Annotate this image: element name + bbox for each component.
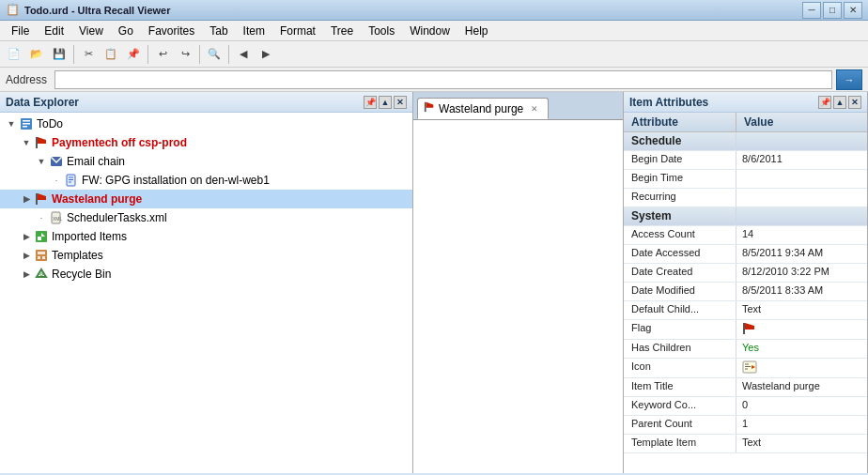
close-button[interactable]: ✕ — [844, 2, 862, 19]
maximize-button[interactable]: □ — [823, 2, 842, 19]
menu-item-favorites[interactable]: Favorites — [141, 23, 202, 39]
main-layout: Data Explorer 📌 ▲ ✕ ▼ToDo▼Paymentech off… — [0, 92, 868, 473]
address-input[interactable] — [54, 70, 832, 89]
tree-item-todo[interactable]: ▼ToDo — [0, 115, 412, 133]
attr-row-11[interactable]: Has ChildrenYes — [624, 340, 867, 359]
attr-row-4: System — [624, 207, 867, 226]
svg-marker-26 — [745, 323, 754, 329]
attr-value-8: 8/5/2011 8:33 AM — [736, 283, 867, 300]
tree-item-paymentech[interactable]: ▼Paymentech off csp-prod — [0, 133, 412, 152]
toolbar-sep-1 — [73, 45, 74, 64]
toolbar-new[interactable]: 📄 — [4, 44, 24, 65]
toolbar-back[interactable]: ◀ — [233, 44, 254, 65]
attr-row-12[interactable]: Icon — [624, 359, 867, 378]
attributes-header: Item Attributes 📌 ▲ ✕ — [624, 92, 867, 113]
panel-controls: 📌 ▲ ✕ — [364, 96, 407, 109]
attr-panel-float[interactable]: ▲ — [833, 96, 846, 109]
menu-item-format[interactable]: Format — [272, 23, 323, 39]
menu-item-file[interactable]: File — [4, 23, 37, 39]
attr-row-10[interactable]: Flag — [624, 320, 867, 340]
toolbar-open[interactable]: 📂 — [26, 44, 47, 65]
tree-label-fw-gpg: FW: GPG installation on den-wl-web1 — [82, 174, 270, 187]
menu-item-help[interactable]: Help — [457, 23, 496, 39]
tree-item-wasteland[interactable]: ▶Wasteland purge — [0, 190, 412, 208]
attr-row-15[interactable]: Parent Count1 — [624, 416, 867, 435]
menu-item-tab[interactable]: Tab — [202, 23, 235, 39]
tree-item-fw-gpg[interactable]: ·FW: GPG installation on den-wl-web1 — [0, 171, 412, 190]
tree-label-schedulertasks: SchedulerTasks.xml — [67, 211, 167, 224]
panel-pin-button[interactable]: 📌 — [364, 96, 377, 109]
menu-item-go[interactable]: Go — [111, 23, 141, 39]
attr-name-5: Access Count — [624, 226, 736, 244]
attr-row-8[interactable]: Date Modified8/5/2011 8:33 AM — [624, 283, 867, 301]
svg-rect-17 — [36, 250, 47, 261]
tab-close-wasteland-tab[interactable]: ✕ — [531, 104, 538, 114]
attr-value-15: 1 — [736, 416, 867, 434]
attr-row-2[interactable]: Begin Time — [624, 170, 867, 189]
tree-item-templates[interactable]: ▶Templates — [0, 246, 412, 265]
attr-panel-close[interactable]: ✕ — [848, 96, 861, 109]
toolbar-redo[interactable]: ↪ — [175, 44, 195, 65]
attr-value-1: 8/6/2011 — [736, 151, 867, 169]
attr-row-13[interactable]: Item TitleWasteland purge — [624, 378, 867, 397]
menu-item-tree[interactable]: Tree — [323, 23, 361, 39]
attr-row-16[interactable]: Template ItemText — [624, 435, 867, 453]
attr-name-11: Has Children — [624, 340, 736, 358]
attr-row-5[interactable]: Access Count14 — [624, 226, 867, 245]
attr-row-1[interactable]: Begin Date8/6/2011 — [624, 151, 867, 170]
attr-value-10 — [736, 320, 867, 339]
toolbar-save[interactable]: 💾 — [49, 44, 70, 65]
toolbar-cut[interactable]: ✂ — [78, 44, 99, 65]
tree-icon-fw-gpg — [64, 173, 79, 188]
menu-item-item[interactable]: Item — [236, 23, 272, 39]
tree-expander-todo[interactable]: ▼ — [4, 116, 19, 131]
attr-row-14[interactable]: Keyword Co...0 — [624, 397, 867, 416]
menu-item-window[interactable]: Window — [402, 23, 457, 39]
attr-name-13: Item Title — [624, 378, 736, 396]
address-go-button[interactable]: → — [836, 69, 862, 90]
svg-text:XML: XML — [53, 216, 63, 222]
menu-item-edit[interactable]: Edit — [37, 23, 71, 39]
attr-row-3[interactable]: Recurring — [624, 189, 867, 207]
panel-close-button[interactable]: ✕ — [394, 96, 407, 109]
svg-marker-5 — [38, 137, 46, 144]
attr-panel-pin[interactable]: 📌 — [818, 96, 831, 109]
toolbar-undo[interactable]: ↩ — [152, 44, 173, 65]
minimize-button[interactable]: ─ — [802, 2, 821, 19]
tree-expander-imported[interactable]: ▶ — [19, 229, 34, 244]
tree-expander-templates[interactable]: ▶ — [19, 248, 34, 263]
toolbar-forward[interactable]: ▶ — [256, 44, 276, 65]
tree-expander-fw-gpg[interactable]: · — [49, 173, 64, 188]
tree-item-imported[interactable]: ▶Imported Items — [0, 227, 412, 246]
tree-expander-schedulertasks[interactable]: · — [34, 210, 49, 225]
attributes-table: Attribute Value ScheduleBegin Date8/6/20… — [624, 113, 867, 473]
toolbar-copy[interactable]: 📋 — [101, 44, 121, 65]
svg-rect-4 — [36, 137, 38, 148]
toolbar-paste[interactable]: 📌 — [123, 44, 144, 65]
attr-value-5: 14 — [736, 226, 867, 244]
svg-marker-24 — [426, 102, 434, 108]
toolbar-search[interactable]: 🔍 — [204, 44, 225, 65]
menu-item-tools[interactable]: Tools — [361, 23, 402, 39]
menu-item-view[interactable]: View — [71, 23, 111, 39]
app-icon: 📋 — [6, 3, 21, 18]
attr-row-9[interactable]: Default Child...Text — [624, 301, 867, 320]
attr-row-6[interactable]: Date Accessed8/5/2011 9:34 AM — [624, 245, 867, 264]
panel-float-button[interactable]: ▲ — [379, 96, 392, 109]
svg-rect-20 — [42, 256, 45, 259]
tree-label-wasteland: Wasteland purge — [52, 192, 142, 206]
tab-wasteland-tab[interactable]: Wasteland purge✕ — [417, 98, 549, 119]
tree-label-todo: ToDo — [37, 117, 63, 130]
tree-item-schedulertasks[interactable]: ·XMLSchedulerTasks.xml — [0, 208, 412, 227]
tree-expander-recycle[interactable]: ▶ — [19, 267, 34, 282]
tree-expander-emailchain[interactable]: ▼ — [34, 154, 49, 169]
attr-row-7[interactable]: Date Created8/12/2010 3:22 PM — [624, 264, 867, 283]
tree-expander-wasteland[interactable]: ▶ — [19, 192, 34, 207]
attr-name-4: System — [624, 207, 736, 225]
attr-value-13: Wasteland purge — [736, 378, 867, 396]
attr-column-headers: Attribute Value — [624, 113, 867, 132]
attr-value-16: Text — [736, 435, 867, 452]
tree-item-emailchain[interactable]: ▼Email chain — [0, 152, 412, 171]
tree-expander-paymentech[interactable]: ▼ — [19, 135, 34, 150]
tree-item-recycle[interactable]: ▶♻Recycle Bin — [0, 265, 412, 283]
